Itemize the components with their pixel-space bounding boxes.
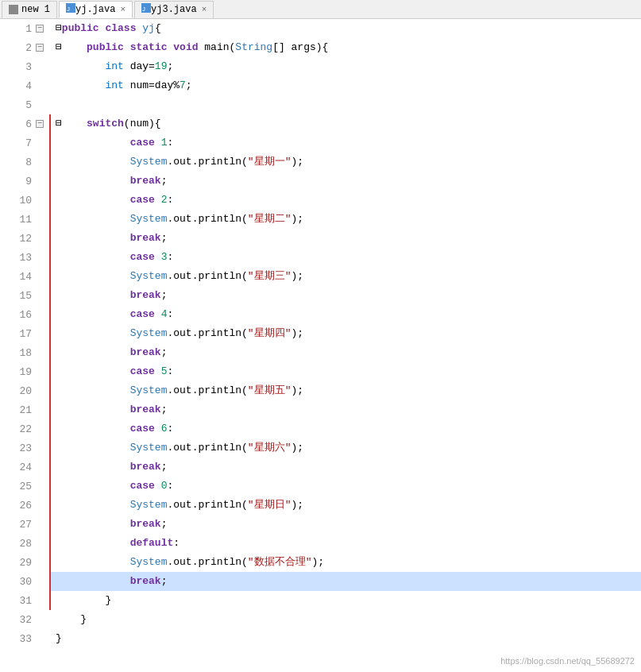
code-line: int day=19; [51, 57, 641, 76]
line-number: 23 [16, 442, 35, 454]
line-number: 29 [16, 557, 35, 569]
token-plain [155, 137, 161, 149]
fold-marker[interactable]: − [36, 44, 44, 52]
line-number: 24 [16, 462, 35, 473]
gutter-row: 14 [0, 267, 49, 286]
code-line: break; [51, 286, 641, 305]
token-plain: ; [161, 518, 168, 530]
gutter-row: 31 [0, 591, 49, 610]
token-plain [56, 442, 130, 454]
token-plain [56, 556, 130, 568]
line-number: 21 [16, 404, 35, 416]
token-plain: } [56, 594, 111, 606]
token-system: System [130, 556, 168, 568]
token-plain: ); [291, 156, 303, 168]
gutter-row: 20 [0, 381, 49, 400]
gutter-row: 33 [0, 629, 49, 648]
editor-body: 1−2−3456−7891011121314151617181920212223… [0, 19, 641, 648]
token-plain: { [155, 22, 161, 34]
gutter-row: 16 [0, 305, 49, 324]
gutter-row: 7 [0, 133, 49, 153]
token-kw-case: case [130, 194, 155, 206]
gutter-row: 24 [0, 458, 49, 477]
token-plain: ); [291, 442, 303, 454]
token-kw-int: int [105, 79, 123, 91]
token-plain: ; [161, 575, 168, 587]
token-plain [56, 308, 130, 320]
tab-close-button[interactable]: × [120, 5, 125, 14]
line-number: 17 [16, 328, 35, 340]
token-plain: ); [291, 270, 303, 282]
token-string: "星期五" [248, 384, 292, 396]
code-line: } [51, 591, 641, 610]
token-plain: } [56, 613, 87, 625]
gutter-row: 15 [0, 286, 49, 305]
token-plain [155, 423, 161, 434]
line-number: 18 [16, 347, 35, 359]
token-kw-void: void [173, 41, 198, 53]
token-plain: : [167, 194, 173, 206]
code-line: break; [51, 572, 641, 591]
code-line: ⊟ public static void main(String[] args)… [51, 38, 641, 57]
code-area[interactable]: ⊟public class yj{⊟ public static void ma… [51, 19, 641, 648]
code-line: case 1: [51, 133, 641, 153]
token-plain: .out.println( [167, 270, 247, 282]
line-number: 22 [16, 423, 35, 435]
token-string: "星期三" [248, 270, 292, 282]
code-line: break; [51, 343, 641, 362]
code-line: System.out.println("星期一"); [51, 153, 641, 172]
token-plain [56, 60, 105, 72]
editor-window: new 1Jyj.java×Jyj3.java× 1−2−3456−789101… [0, 0, 641, 648]
gutter-row: 26 [0, 496, 49, 515]
token-plain: ); [291, 327, 303, 339]
token-kw-break: break [130, 346, 161, 358]
token-kw-int: int [105, 60, 123, 72]
code-line: System.out.println("星期五"); [51, 381, 641, 400]
token-plain: .out.println( [167, 213, 247, 225]
code-line: case 4: [51, 305, 641, 324]
token-plain: ; [167, 60, 173, 72]
token-plain [155, 365, 161, 377]
token-plain: .out.println( [167, 499, 247, 511]
token-plain [56, 423, 130, 434]
token-plain [155, 194, 161, 206]
token-kw-class: class [105, 22, 136, 34]
token-kw-static: static [130, 41, 168, 53]
token-kw-break: break [130, 461, 161, 473]
file-icon [9, 5, 18, 14]
line-number: 5 [16, 99, 35, 111]
token-plain [56, 575, 130, 587]
line-number: 26 [16, 500, 35, 512]
token-class-name: String [235, 41, 272, 53]
token-string: "数据不合理" [248, 556, 312, 568]
fold-marker[interactable]: − [36, 25, 44, 33]
code-line: System.out.println("数据不合理"); [51, 553, 641, 572]
token-plain: num=day% [124, 79, 180, 91]
gutter: 1−2−3456−7891011121314151617181920212223… [0, 19, 49, 648]
token-plain [56, 518, 130, 530]
token-plain: : [167, 251, 173, 263]
gutter-row: 11 [0, 210, 49, 229]
tab-yj3[interactable]: Jyj3.java× [134, 1, 214, 18]
gutter-row: 22 [0, 419, 49, 438]
token-kw-public: public [87, 41, 124, 53]
fold-marker[interactable]: − [36, 120, 44, 128]
token-plain: ; [161, 175, 168, 187]
svg-text:J: J [67, 6, 70, 13]
token-plain: : [167, 308, 173, 320]
token-plain [56, 499, 130, 511]
token-plain [56, 327, 130, 339]
tab-yj[interactable]: Jyj.java× [59, 1, 133, 18]
token-system: System [130, 384, 168, 396]
line-number: 13 [16, 252, 35, 264]
tab-label: new 1 [21, 4, 50, 15]
tab-new1[interactable]: new 1 [2, 1, 57, 18]
token-kw-break: break [130, 404, 161, 415]
token-system: System [130, 499, 168, 511]
gutter-row: 30 [0, 572, 49, 591]
token-plain [155, 480, 161, 492]
tab-close-button[interactable]: × [202, 5, 207, 14]
token-plain: : [167, 137, 173, 149]
token-plain: day= [124, 60, 155, 72]
code-line: } [51, 629, 641, 648]
